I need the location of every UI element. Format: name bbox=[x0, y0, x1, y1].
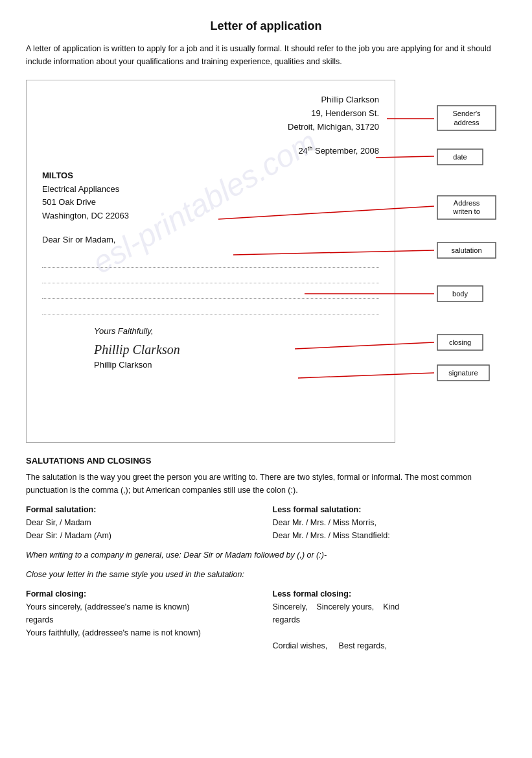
svg-rect-5 bbox=[437, 149, 483, 165]
bottom-section: SALUTATIONS AND CLOSINGS The salutation … bbox=[26, 456, 506, 652]
formal-salutation-col: Formal salutation: Dear Sir, / Madam Dea… bbox=[26, 503, 260, 542]
body-line-1 bbox=[42, 256, 379, 268]
svg-rect-12 bbox=[437, 243, 496, 258]
closing-line: Yours Faithfully, bbox=[42, 326, 379, 336]
date-line: 24th September, 2008 bbox=[42, 145, 379, 156]
sender-street: 19, Henderson St. bbox=[42, 107, 379, 121]
svg-text:address: address bbox=[454, 119, 480, 126]
recipient-company: MILTOS bbox=[42, 169, 379, 183]
less-formal-salutation-line-1: Dear Mr. / Mrs. / Miss Morris, bbox=[273, 516, 507, 529]
recipient-dept: Electrical Appliances bbox=[42, 183, 379, 196]
section-title: SALUTATIONS AND CLOSINGS bbox=[26, 456, 506, 466]
less-formal-closing-line-2: regards bbox=[273, 613, 507, 626]
less-formal-closing-line-4: Cordial wishes, Best regards, bbox=[273, 639, 507, 652]
svg-rect-18 bbox=[437, 335, 483, 350]
letter-wrapper: esl-printables.com Phillip Clarkson 19, … bbox=[26, 80, 532, 443]
less-formal-closing-label: Less formal closing: bbox=[273, 587, 507, 600]
body-lines bbox=[42, 256, 379, 314]
body-line-3 bbox=[42, 287, 379, 299]
recipient-address: MILTOS Electrical Appliances 501 Oak Dri… bbox=[42, 169, 379, 223]
less-formal-closing-line-3 bbox=[273, 626, 507, 639]
svg-text:writen to: writen to bbox=[452, 207, 480, 215]
svg-rect-8 bbox=[437, 196, 496, 219]
svg-text:salutation: salutation bbox=[451, 246, 481, 254]
date-day: 24 bbox=[298, 147, 307, 156]
page-title: Letter of application bbox=[26, 19, 506, 33]
formal-closing-line-1: Yours sincerely, (addressee's name is kn… bbox=[26, 600, 260, 613]
svg-text:Sender's: Sender's bbox=[452, 110, 481, 117]
sender-city: Detroit, Michigan, 31720 bbox=[42, 121, 379, 134]
svg-rect-15 bbox=[437, 286, 483, 302]
salutation-columns: Formal salutation: Dear Sir, / Madam Dea… bbox=[26, 503, 506, 542]
formal-closing-col: Formal closing: Yours sincerely, (addres… bbox=[26, 587, 260, 652]
less-formal-salutation-col: Less formal salutation: Dear Mr. / Mrs. … bbox=[273, 503, 507, 542]
less-formal-salutation-line-2: Dear Mr. / Mrs. / Miss Standfield: bbox=[273, 529, 507, 542]
less-formal-salutation-label: Less formal salutation: bbox=[273, 503, 507, 516]
salutations-para: The salutation is the way you greet the … bbox=[26, 471, 506, 497]
svg-text:Address: Address bbox=[454, 199, 480, 207]
body-line-2 bbox=[42, 272, 379, 283]
formal-closing-label: Formal closing: bbox=[26, 587, 260, 600]
signature-cursive: Phillip Clarkson bbox=[42, 342, 379, 357]
svg-text:body: body bbox=[452, 290, 468, 298]
recipient-city: Washington, DC 22063 bbox=[42, 209, 379, 223]
recipient-street: 501 Oak Drive bbox=[42, 196, 379, 209]
less-formal-closing-col: Less formal closing: Sincerely, Sincerel… bbox=[273, 587, 507, 652]
svg-text:date: date bbox=[453, 153, 467, 161]
formal-salutation-line-1: Dear Sir, / Madam bbox=[26, 516, 260, 529]
company-greeting-para: When writing to a company in general, us… bbox=[26, 549, 506, 562]
formal-closing-line-3: Yours faithfully, (addressee's name is n… bbox=[26, 626, 260, 639]
sender-name: Phillip Clarkson bbox=[42, 93, 379, 107]
intro-paragraph: A letter of application is written to ap… bbox=[26, 42, 506, 68]
close-style-para: Close your letter in the same style you … bbox=[26, 568, 506, 581]
body-line-4 bbox=[42, 303, 379, 314]
svg-rect-1 bbox=[437, 106, 496, 130]
letter-box: esl-printables.com Phillip Clarkson 19, … bbox=[26, 80, 395, 443]
closing-columns: Formal closing: Yours sincerely, (addres… bbox=[26, 587, 506, 652]
date-rest: September, 2008 bbox=[312, 147, 379, 156]
sender-address: Phillip Clarkson 19, Henderson St. Detro… bbox=[42, 93, 379, 134]
salutation-line: Dear Sir or Madam, bbox=[42, 235, 379, 244]
svg-text:closing: closing bbox=[449, 338, 471, 346]
less-formal-closing-line-1: Sincerely, Sincerely yours, Kind bbox=[273, 600, 507, 613]
signature-print: Phillip Clarkson bbox=[42, 360, 379, 370]
formal-salutation-line-2: Dear Sir: / Madam (Am) bbox=[26, 529, 260, 542]
formal-salutation-label: Formal salutation: bbox=[26, 503, 260, 516]
formal-closing-line-2: regards bbox=[26, 613, 260, 626]
svg-rect-21 bbox=[437, 365, 489, 381]
svg-text:signature: signature bbox=[448, 369, 478, 377]
